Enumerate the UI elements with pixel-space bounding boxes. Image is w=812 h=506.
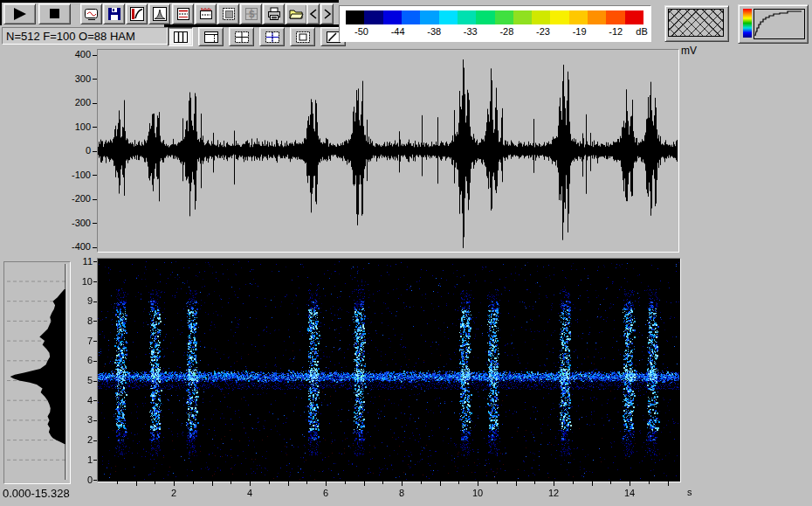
time-tick: [193, 482, 194, 484]
pattern-panel[interactable]: [664, 5, 729, 42]
monitor-button[interactable]: [80, 3, 102, 24]
time-label: 10: [469, 488, 486, 498]
analysis-status-field: N=512 F=100 O=88 HAM: [2, 27, 168, 45]
curve-box: [754, 9, 805, 39]
display-settings-button[interactable]: [172, 3, 194, 24]
frequency-tick: [93, 361, 97, 362]
layout-cross-button[interactable]: [229, 27, 254, 46]
colorbar-tick-label: -33: [464, 26, 478, 37]
layout-columns-icon: [173, 31, 189, 44]
frequency-tick: [93, 341, 97, 342]
layout-header-icon: [203, 31, 219, 44]
time-tick: [269, 482, 270, 484]
layout-inner-box-button[interactable]: [290, 27, 315, 46]
time-tick: [668, 482, 669, 486]
hatch-pattern: [668, 9, 724, 37]
time-tick: [630, 482, 630, 486]
stop-button[interactable]: [38, 3, 71, 24]
play-icon: [11, 7, 29, 21]
frequency-label: 5: [73, 375, 93, 385]
time-label: 14: [621, 488, 638, 498]
waveform-y-label: 100: [51, 121, 91, 132]
average-spectrum-plot: [4, 262, 68, 482]
frequency-label: 0: [73, 475, 93, 485]
window-function-icon: [153, 7, 167, 21]
window-function-button[interactable]: [148, 3, 170, 24]
colorbar-tick-label: -23: [536, 26, 550, 37]
window-left-edge: [0, 0, 2, 25]
spectrogram-settings-button[interactable]: [195, 3, 217, 24]
spectrogram-plot-frame: [97, 258, 681, 482]
frequency-label: 7: [73, 336, 93, 346]
monitor-icon: [84, 7, 100, 21]
time-label: 4: [241, 488, 258, 498]
layout-cross-blue-button[interactable]: [259, 27, 285, 46]
layout-columns-button[interactable]: [168, 27, 193, 46]
layout-cross-blue-icon: [265, 31, 280, 44]
waveform-y-label: -200: [51, 193, 91, 204]
waveform-y-tick: [93, 199, 97, 200]
selection-shade-button[interactable]: [217, 3, 239, 24]
layout-header-button[interactable]: [198, 27, 224, 46]
prev-icon: [309, 9, 318, 19]
print-button[interactable]: [263, 3, 285, 24]
frequency-tick: [93, 420, 97, 421]
scale-settings-button[interactable]: S: [240, 3, 262, 24]
frequency-tick: [93, 460, 97, 461]
waveform-y-tick: [93, 103, 97, 104]
waveform-y-label: -300: [51, 218, 91, 228]
time-unit-label: s: [687, 487, 692, 497]
scale-settings-icon: S: [244, 7, 258, 21]
time-tick: [534, 482, 535, 484]
colorbar-labels: -50-44-38-33-28-23-19-12dB: [340, 26, 650, 39]
colorbar-tick-label: -12: [609, 26, 623, 37]
colorbar-panel: -50-44-38-33-28-23-19-12dB: [339, 5, 651, 42]
palette-curve-panel[interactable]: [738, 4, 809, 44]
time-tick: [478, 482, 478, 486]
next-button[interactable]: [320, 3, 334, 24]
save-button[interactable]: [103, 3, 125, 24]
time-tick: [458, 482, 459, 484]
waveform-plot[interactable]: [98, 50, 678, 251]
waveform-y-label: -100: [51, 170, 91, 180]
colorbar-gradient: [346, 10, 643, 24]
frequency-tick: [93, 321, 97, 322]
time-tick: [174, 482, 175, 486]
time-label: 2: [165, 488, 182, 498]
colorbar-tick-label: -38: [427, 26, 441, 37]
time-tick: [364, 482, 365, 486]
time-range-label: 0.000-15.328: [3, 487, 70, 500]
waveform-plot-frame: [97, 49, 679, 253]
colorbar-tick-label: -50: [354, 26, 368, 37]
next-icon: [323, 9, 332, 19]
frequency-tick: [93, 400, 97, 401]
time-tick: [610, 482, 611, 484]
time-tick: [440, 482, 441, 486]
waveform-y-tick: [93, 151, 97, 152]
spectrogram-plot[interactable]: [98, 259, 679, 481]
layout-inner-box-icon: [295, 31, 311, 44]
waveform-y-tick: [93, 175, 97, 176]
time-tick: [421, 482, 422, 484]
time-tick: [136, 482, 137, 486]
colorbar-unit: dB: [636, 26, 647, 37]
time-tick: [288, 482, 289, 486]
time-tick: [497, 482, 498, 484]
prev-button[interactable]: [306, 3, 320, 24]
time-tick: [516, 482, 517, 486]
frequency-label: 8: [73, 315, 93, 326]
stop-icon: [48, 7, 62, 21]
frequency-label: 9: [73, 295, 93, 306]
transfer-curve-button[interactable]: [126, 3, 148, 24]
time-tick: [592, 482, 593, 486]
display-settings-icon: [176, 7, 190, 21]
frequency-label: 2: [73, 434, 93, 445]
status-text: N=512 F=100 O=88 HAM: [6, 30, 135, 43]
average-spectrum-panel[interactable]: [3, 261, 71, 484]
waveform-y-label: 400: [51, 49, 91, 59]
open-button[interactable]: [286, 3, 307, 24]
play-button[interactable]: [3, 3, 36, 24]
waveform-y-label: -400: [51, 241, 91, 252]
waveform-y-tick: [93, 79, 97, 80]
spectrogram-settings-icon: [199, 7, 213, 21]
